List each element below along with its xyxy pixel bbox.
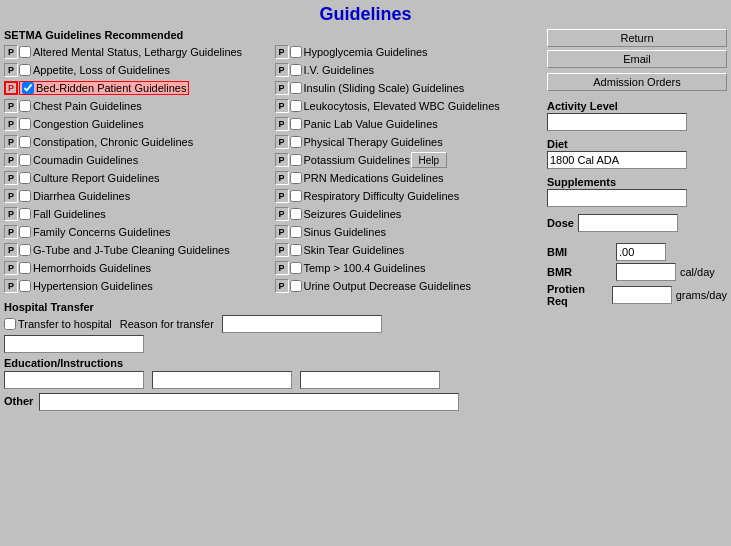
p-button-insulin[interactable]: P xyxy=(275,81,289,95)
guideline-row-urine: PUrine Output Decrease Guidelines xyxy=(275,277,544,295)
guideline-row-congestion: PCongestion Guidelines xyxy=(4,115,273,133)
reason-label: Reason for transfer xyxy=(120,318,214,330)
checkbox-congestion[interactable] xyxy=(19,118,31,130)
checkbox-constipation[interactable] xyxy=(19,136,31,148)
p-button-bed_ridden[interactable]: P xyxy=(4,81,18,95)
p-button-diarrhea[interactable]: P xyxy=(4,189,18,203)
checkbox-hypoglycemia[interactable] xyxy=(290,46,302,58)
help-button-potassium[interactable]: Help xyxy=(411,152,447,168)
checkbox-potassium[interactable] xyxy=(290,154,302,166)
guideline-row-skin_tear: PSkin Tear Guidelines xyxy=(275,241,544,259)
dose-input[interactable] xyxy=(578,214,678,232)
protein-req-label: Protien Req xyxy=(547,283,608,307)
p-button-fall[interactable]: P xyxy=(4,207,18,221)
checkbox-panic_lab[interactable] xyxy=(290,118,302,130)
checkbox-prn[interactable] xyxy=(290,172,302,184)
p-button-appetite[interactable]: P xyxy=(4,63,18,77)
diet-label: Diet xyxy=(547,138,727,150)
checkbox-chest_pain[interactable] xyxy=(19,100,31,112)
p-button-leukocytosis[interactable]: P xyxy=(275,99,289,113)
p-button-coumadin[interactable]: P xyxy=(4,153,18,167)
checkbox-respiratory[interactable] xyxy=(290,190,302,202)
checkbox-diarrhea[interactable] xyxy=(19,190,31,202)
checkbox-hypertension[interactable] xyxy=(19,280,31,292)
p-button-culture[interactable]: P xyxy=(4,171,18,185)
guideline-row-sinus: PSinus Guidelines xyxy=(275,223,544,241)
checkbox-seizures[interactable] xyxy=(290,208,302,220)
other-input[interactable] xyxy=(39,393,459,411)
activity-level-input[interactable] xyxy=(547,113,687,131)
p-button-altered[interactable]: P xyxy=(4,45,18,59)
dose-label: Dose xyxy=(547,217,574,229)
p-button-sinus[interactable]: P xyxy=(275,225,289,239)
p-button-potassium[interactable]: P xyxy=(275,153,289,167)
education-input-1[interactable] xyxy=(4,371,144,389)
page-title: Guidelines xyxy=(4,4,727,25)
p-button-urine[interactable]: P xyxy=(275,279,289,293)
p-button-prn[interactable]: P xyxy=(275,171,289,185)
guideline-row-hypertension: PHypertension Guidelines xyxy=(4,277,273,295)
p-button-congestion[interactable]: P xyxy=(4,117,18,131)
checkbox-sinus[interactable] xyxy=(290,226,302,238)
guideline-row-potassium: PPotassium GuidelinesHelp xyxy=(275,151,544,169)
email-button[interactable]: Email xyxy=(547,50,727,68)
checkbox-family[interactable] xyxy=(19,226,31,238)
guideline-row-panic_lab: PPanic Lab Value Guidelines xyxy=(275,115,544,133)
checkbox-skin_tear[interactable] xyxy=(290,244,302,256)
guideline-row-g_tube: PG-Tube and J-Tube Cleaning Guidelines xyxy=(4,241,273,259)
education-input-2[interactable] xyxy=(152,371,292,389)
p-button-constipation[interactable]: P xyxy=(4,135,18,149)
other-header: Other xyxy=(4,395,33,407)
checkbox-appetite[interactable] xyxy=(19,64,31,76)
reason-input[interactable] xyxy=(222,315,382,333)
supplements-label: Supplements xyxy=(547,176,727,188)
p-button-panic_lab[interactable]: P xyxy=(275,117,289,131)
p-button-hypertension[interactable]: P xyxy=(4,279,18,293)
p-button-skin_tear[interactable]: P xyxy=(275,243,289,257)
guideline-row-insulin: PInsulin (Sliding Scale) Guidelines xyxy=(275,79,544,97)
protein-unit: grams/day xyxy=(676,289,727,301)
return-button[interactable]: Return xyxy=(547,29,727,47)
checkbox-coumadin[interactable] xyxy=(19,154,31,166)
p-button-chest_pain[interactable]: P xyxy=(4,99,18,113)
p-button-family[interactable]: P xyxy=(4,225,18,239)
guideline-row-seizures: PSeizures Guidelines xyxy=(275,205,544,223)
hospital-transfer-header: Hospital Transfer xyxy=(4,301,543,313)
checkbox-iv[interactable] xyxy=(290,64,302,76)
checkbox-bed_ridden[interactable] xyxy=(22,82,34,94)
guideline-row-physical_therapy: PPhysical Therapy Guidelines xyxy=(275,133,544,151)
checkbox-culture[interactable] xyxy=(19,172,31,184)
supplements-input[interactable] xyxy=(547,189,687,207)
admission-orders-button[interactable]: Admission Orders xyxy=(547,73,727,91)
diet-input[interactable] xyxy=(547,151,687,169)
p-button-respiratory[interactable]: P xyxy=(275,189,289,203)
education-input-3[interactable] xyxy=(300,371,440,389)
checkbox-insulin[interactable] xyxy=(290,82,302,94)
transfer-hospital-input[interactable] xyxy=(4,335,144,353)
guideline-row-respiratory: PRespiratory Difficulty Guidelines xyxy=(275,187,544,205)
bmr-unit: cal/day xyxy=(680,266,715,278)
checkbox-altered[interactable] xyxy=(19,46,31,58)
p-button-g_tube[interactable]: P xyxy=(4,243,18,257)
activity-level-label: Activity Level xyxy=(547,100,727,112)
checkbox-physical_therapy[interactable] xyxy=(290,136,302,148)
p-button-iv[interactable]: P xyxy=(275,63,289,77)
protein-req-input[interactable] xyxy=(612,286,672,304)
p-button-temp[interactable]: P xyxy=(275,261,289,275)
bmr-input[interactable] xyxy=(616,263,676,281)
p-button-hypoglycemia[interactable]: P xyxy=(275,45,289,59)
checkbox-urine[interactable] xyxy=(290,280,302,292)
checkbox-temp[interactable] xyxy=(290,262,302,274)
p-button-hemorrhoids[interactable]: P xyxy=(4,261,18,275)
checkbox-hemorrhoids[interactable] xyxy=(19,262,31,274)
p-button-seizures[interactable]: P xyxy=(275,207,289,221)
bmi-input[interactable] xyxy=(616,243,666,261)
education-header: Education/Instructions xyxy=(4,357,543,369)
transfer-checkbox[interactable] xyxy=(4,318,16,330)
guideline-row-leukocytosis: PLeukocytosis, Elevated WBC Guidelines xyxy=(275,97,544,115)
checkbox-g_tube[interactable] xyxy=(19,244,31,256)
checkbox-leukocytosis[interactable] xyxy=(290,100,302,112)
p-button-physical_therapy[interactable]: P xyxy=(275,135,289,149)
transfer-checkbox-label[interactable]: Transfer to hospital xyxy=(4,318,112,330)
checkbox-fall[interactable] xyxy=(19,208,31,220)
